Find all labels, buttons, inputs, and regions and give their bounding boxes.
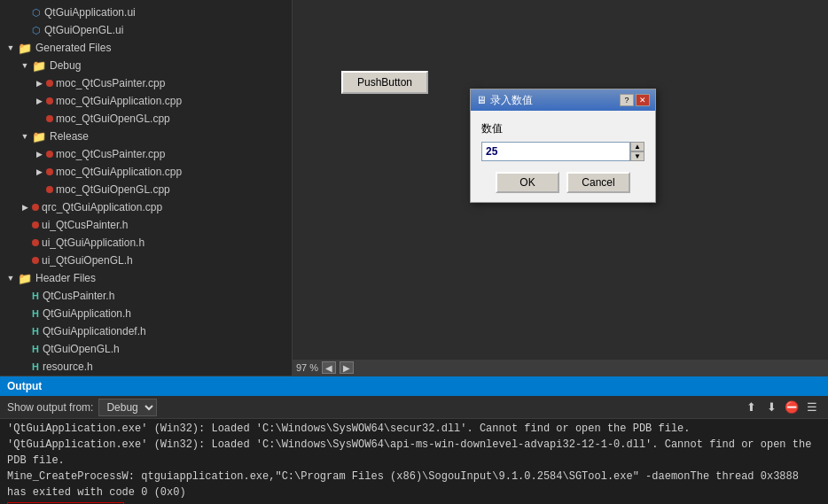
tree-item-generated-files[interactable]: ▼ 📁 Generated Files — [0, 39, 292, 57]
show-output-label: Show output from: — [7, 401, 93, 414]
tree-label: Header Files — [35, 272, 96, 284]
tree-item-header-files[interactable]: ▼ 📁 Header Files — [0, 269, 292, 287]
scroll-right-button[interactable]: ▶ — [340, 361, 354, 374]
tree-item-qtguiopengl-h[interactable]: H QtGuiOpenGL.h — [0, 340, 292, 358]
tree-label: QtGuiApplication.h — [43, 307, 131, 320]
toolbar-icons: ⬆ ⬇ ⛔ ☰ — [742, 399, 821, 416]
zoom-level: 97 % — [296, 362, 318, 373]
toolbar-icon-btn-2[interactable]: ⬇ — [762, 399, 780, 416]
tree-label: Debug — [50, 59, 81, 72]
output-content: 'QtGuiApplication.exe' (Win32): Loaded '… — [0, 419, 828, 504]
h-file-icon: H — [32, 326, 39, 337]
dialog-title-controls: ? ✕ — [620, 94, 650, 106]
tree-label: moc_QtGuiOpenGL.cpp — [56, 183, 170, 196]
dialog-input-field[interactable] — [481, 142, 630, 161]
tree-item-moc-cpp6[interactable]: moc_QtGuiOpenGL.cpp — [0, 181, 292, 198]
tree-label: Release — [50, 130, 89, 143]
folder-open-icon: 📁 — [32, 59, 46, 73]
tree-label: QtGuiApplicationdef.h — [43, 325, 146, 337]
tree-label: ui_QtGuiApplication.h — [42, 236, 145, 249]
dot-icon — [46, 168, 56, 175]
dialog-title-left: 🖥 录入数值 — [476, 93, 533, 108]
dialog-cancel-button[interactable]: Cancel — [566, 172, 630, 193]
tree-label: moc_QtGuiApplication.cpp — [56, 95, 182, 107]
tree-item-qtguiopengl-ui[interactable]: ⬡ QtGuiOpenGL.ui — [0, 21, 292, 39]
dot-icon — [46, 186, 56, 193]
tree-label: QtGuiOpenGL.ui — [44, 24, 123, 36]
tree-label: moc_QtCusPainter.cpp — [56, 148, 165, 160]
arrow: ▶ — [18, 203, 32, 212]
tree-label: ui_QtGuiOpenGL.h — [42, 254, 133, 267]
output-panel: Output Show output from: Debug ⬆ ⬇ ⛔ ☰ '… — [0, 376, 828, 504]
dot-icon — [32, 257, 42, 264]
ui-file-icon: ⬡ — [32, 25, 41, 36]
tree-label: resource.h — [43, 361, 93, 373]
tree-item-moc-cpp5[interactable]: ▶ moc_QtGuiApplication.cpp — [0, 163, 292, 181]
arrow: ▶ — [32, 150, 46, 159]
dialog-window: 🖥 录入数值 ? ✕ 数值 ▲ — [470, 89, 656, 203]
dialog-input-row: ▲ ▼ — [481, 142, 644, 161]
main-container: ⬡ QtGuiApplication.ui ⬡ QtGuiOpenGL.ui ▼… — [0, 0, 828, 504]
tree-item-release[interactable]: ▼ 📁 Release — [0, 128, 292, 145]
dot-icon — [46, 97, 56, 105]
tree-item-moc-cpp3[interactable]: moc_QtGuiOpenGL.cpp — [0, 110, 292, 128]
tree-item-qrc-cpp[interactable]: ▶ qrc_QtGuiApplication.cpp — [0, 198, 292, 216]
h-file-icon: H — [32, 361, 39, 372]
dialog-ok-button[interactable]: OK — [496, 172, 559, 193]
tree-item-moc-cpp4[interactable]: ▶ moc_QtCusPainter.cpp — [0, 145, 292, 163]
tree-item-qtcuspainter-h[interactable]: H QtCusPainter.h — [0, 287, 292, 305]
spinner-up-button[interactable]: ▲ — [630, 142, 644, 151]
tree-label: moc_QtGuiApplication.cpp — [56, 166, 182, 178]
top-area: ⬡ QtGuiApplication.ui ⬡ QtGuiOpenGL.ui ▼… — [0, 0, 828, 376]
push-button-widget: PushButton — [341, 71, 428, 94]
h-file-icon: H — [32, 308, 39, 319]
dialog-field-label: 数值 — [481, 121, 644, 136]
tree-label: QtCusPainter.h — [43, 290, 114, 302]
editor-area: PushButton 🖥 录入数值 ? ✕ — [293, 0, 828, 376]
dot-icon — [46, 115, 56, 122]
arrow: ▼ — [18, 61, 32, 70]
toolbar-icon-btn-4[interactable]: ☰ — [803, 399, 821, 416]
file-tree-sidebar[interactable]: ⬡ QtGuiApplication.ui ⬡ QtGuiOpenGL.ui ▼… — [0, 0, 293, 376]
output-line-2: Mine_CreateProcessW: qtguiapplication.ex… — [7, 469, 821, 500]
tree-label: moc_QtGuiOpenGL.cpp — [56, 112, 170, 125]
tree-label: QtGuiOpenGL.h — [43, 343, 120, 355]
h-file-icon: H — [32, 344, 39, 354]
tree-item-debug[interactable]: ▼ 📁 Debug — [0, 57, 292, 74]
dialog-body: 数值 ▲ ▼ OK Cancel — [471, 111, 655, 202]
dialog-close-button[interactable]: ✕ — [636, 94, 650, 106]
dialog-titlebar: 🖥 录入数值 ? ✕ — [471, 89, 655, 111]
dot-icon — [46, 151, 56, 158]
editor-content: PushButton 🖥 录入数值 ? ✕ — [293, 0, 828, 376]
tree-item-moc-cpp2[interactable]: ▶ moc_QtGuiApplication.cpp — [0, 92, 292, 110]
tree-item-qtguiapp-h[interactable]: H QtGuiApplication.h — [0, 305, 292, 322]
tree-item-ui-h1[interactable]: ui_QtCusPainter.h — [0, 216, 292, 234]
output-toolbar: Show output from: Debug ⬆ ⬇ ⛔ ☰ — [0, 396, 828, 419]
tree-item-qtguiapp-ui[interactable]: ⬡ QtGuiApplication.ui — [0, 4, 292, 21]
dot-icon — [32, 204, 42, 211]
toolbar-icon-btn-3[interactable]: ⛔ — [783, 399, 801, 416]
toolbar-icon-btn-1[interactable]: ⬆ — [742, 399, 760, 416]
folder-open-icon: 📁 — [18, 272, 32, 285]
tree-label: Generated Files — [35, 42, 111, 54]
tree-item-resource-h[interactable]: H resource.h — [0, 358, 292, 376]
arrow: ▶ — [32, 97, 46, 105]
tree-item-moc-cpp1[interactable]: ▶ moc_QtCusPainter.cpp — [0, 74, 292, 92]
tree-item-ui-h2[interactable]: ui_QtGuiApplication.h — [0, 234, 292, 252]
tree-item-qtguiappdef-h[interactable]: H QtGuiApplicationdef.h — [0, 322, 292, 340]
dialog-help-button[interactable]: ? — [620, 94, 634, 106]
folder-open-icon: 📁 — [32, 130, 46, 143]
folder-open-icon: 📁 — [18, 42, 32, 55]
tree-item-ui-h3[interactable]: ui_QtGuiOpenGL.h — [0, 252, 292, 269]
push-button[interactable]: PushButton — [341, 71, 428, 94]
output-source-select[interactable]: Debug — [98, 399, 157, 416]
arrow: ▶ — [32, 167, 46, 176]
h-file-icon: H — [32, 291, 39, 301]
scroll-left-button[interactable]: ◀ — [322, 361, 336, 374]
output-header-label: Output — [7, 380, 42, 392]
arrow: ▼ — [4, 43, 18, 52]
output-line-1: 'QtGuiApplication.exe' (Win32): Loaded '… — [7, 437, 821, 469]
tree-label: moc_QtCusPainter.cpp — [56, 77, 165, 89]
dialog-title-text: 录入数值 — [490, 93, 533, 108]
spinner-down-button[interactable]: ▼ — [630, 151, 644, 161]
